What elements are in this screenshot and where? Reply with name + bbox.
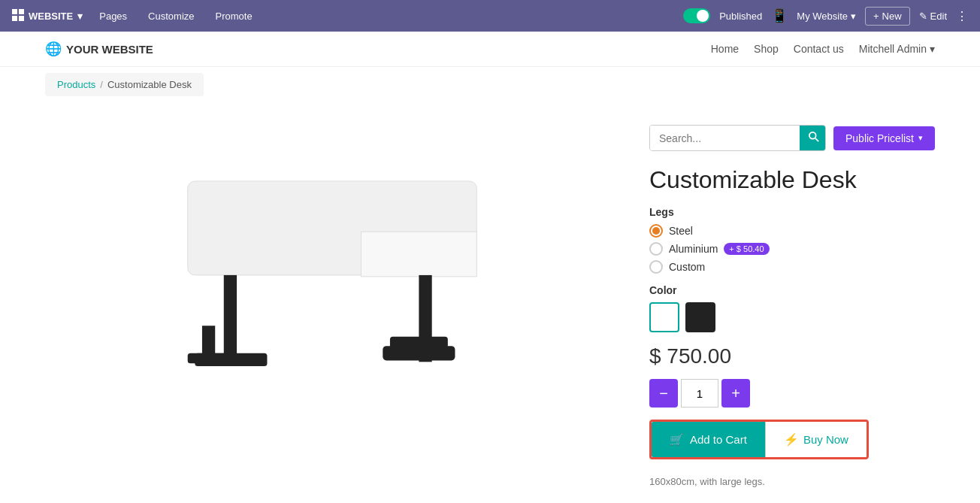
radio-aluminium[interactable] — [649, 242, 663, 256]
radio-steel[interactable] — [649, 224, 663, 238]
legs-option-group: Legs Steel Aluminium + $ 50.40 Custom — [649, 206, 935, 274]
breadcrumb-products-link[interactable]: Products — [57, 79, 95, 90]
globe-icon: 🌐 — [45, 41, 62, 57]
breadcrumb: Products / Customizable Desk — [45, 73, 204, 96]
add-to-cart-label: Add to Cart — [690, 433, 747, 446]
new-button[interactable]: + New — [865, 7, 910, 26]
legs-option-steel[interactable]: Steel — [649, 224, 935, 238]
search-button[interactable] — [800, 126, 826, 150]
nav-pages[interactable]: Pages — [95, 8, 132, 25]
published-toggle[interactable] — [683, 8, 710, 23]
product-image-area — [45, 117, 619, 418]
color-option-group: Color — [649, 284, 935, 332]
site-logo-text: YOUR WEBSITE — [66, 43, 153, 56]
svg-rect-1 — [19, 9, 24, 14]
svg-point-13 — [809, 132, 816, 139]
lightning-icon: ⚡ — [784, 432, 799, 447]
brand-chevron-icon: ▾ — [77, 11, 83, 22]
main-content: Public Pricelist ▾ Customizable Desk Leg… — [0, 102, 980, 502]
pricelist-button[interactable]: Public Pricelist ▾ — [833, 126, 935, 150]
quantity-plus-button[interactable]: + — [721, 379, 750, 408]
quantity-row: − + — [649, 379, 935, 408]
legs-option-aluminium[interactable]: Aluminium + $ 50.40 — [649, 242, 935, 256]
website-brand[interactable]: WEBSITE ▾ — [12, 9, 83, 23]
legs-option-custom[interactable]: Custom — [649, 260, 935, 274]
color-swatch-white[interactable] — [649, 302, 679, 332]
more-options-icon[interactable]: ⋮ — [956, 9, 968, 23]
breadcrumb-current-page: Customizable Desk — [107, 79, 192, 90]
website-brand-label: WEBSITE — [29, 11, 73, 22]
top-bar: WEBSITE ▾ Pages Customize Promote Publis… — [0, 0, 980, 32]
user-chevron-icon: ▾ — [930, 43, 935, 55]
color-swatch-black[interactable] — [685, 302, 715, 332]
action-buttons: 🛒 Add to Cart ⚡ Buy Now — [649, 420, 869, 459]
buy-now-label: Buy Now — [803, 433, 848, 446]
buy-now-button[interactable]: ⚡ Buy Now — [765, 422, 867, 457]
nav-customize[interactable]: Customize — [144, 8, 198, 25]
quantity-minus-button[interactable]: − — [649, 379, 678, 408]
user-name: Mitchell Admin — [859, 43, 927, 55]
edit-button[interactable]: ✎ Edit — [919, 11, 947, 22]
site-header: 🌐 YOUR WEBSITE Home Shop Contact us Mitc… — [0, 32, 980, 67]
pricelist-chevron-icon: ▾ — [918, 133, 923, 143]
nav-home[interactable]: Home — [711, 43, 739, 55]
quantity-input[interactable] — [681, 379, 718, 408]
svg-rect-12 — [188, 353, 238, 362]
pricelist-label: Public Pricelist — [845, 132, 914, 144]
site-logo[interactable]: 🌐 YOUR WEBSITE — [45, 41, 153, 57]
search-wrapper — [649, 125, 826, 151]
svg-line-14 — [815, 138, 818, 141]
new-plus-icon: + — [873, 11, 879, 22]
radio-steel-inner — [652, 227, 660, 235]
grid-icon — [12, 9, 24, 23]
product-title: Customizable Desk — [649, 166, 935, 194]
legs-custom-label: Custom — [669, 261, 705, 273]
svg-rect-6 — [224, 275, 237, 362]
breadcrumb-separator: / — [100, 79, 103, 90]
product-image — [144, 123, 520, 413]
nav-contact[interactable]: Contact us — [794, 43, 844, 55]
breadcrumb-section: Products / Customizable Desk — [0, 67, 980, 102]
color-swatches — [649, 302, 935, 332]
svg-rect-0 — [12, 9, 17, 14]
product-details: Public Pricelist ▾ Customizable Desk Leg… — [649, 117, 935, 487]
my-website-chevron-icon: ▾ — [851, 11, 856, 22]
aluminium-price-badge: + $ 50.40 — [724, 243, 769, 255]
user-menu[interactable]: Mitchell Admin ▾ — [859, 43, 935, 55]
product-note: 160x80cm, with large legs. — [649, 476, 935, 487]
product-price: $ 750.00 — [649, 344, 731, 368]
site-nav: Home Shop Contact us Mitchell Admin ▾ — [711, 43, 935, 55]
legs-steel-label: Steel — [669, 225, 693, 237]
svg-rect-5 — [361, 232, 476, 277]
nav-shop[interactable]: Shop — [754, 43, 779, 55]
add-to-cart-button[interactable]: 🛒 Add to Cart — [652, 422, 765, 457]
search-pricelist-row: Public Pricelist ▾ — [649, 125, 935, 151]
my-website-btn[interactable]: My Website ▾ — [797, 11, 856, 22]
color-option-label: Color — [649, 284, 935, 296]
published-label: Published — [719, 11, 762, 22]
svg-rect-3 — [19, 16, 24, 21]
price-row: $ 750.00 — [649, 344, 935, 368]
mobile-preview-icon[interactable]: 📱 — [771, 8, 788, 24]
edit-label: Edit — [930, 11, 947, 22]
legs-option-label: Legs — [649, 206, 935, 218]
legs-aluminium-label: Aluminium — [669, 243, 718, 255]
edit-pencil-icon: ✎ — [919, 11, 927, 22]
my-website-label: My Website — [797, 11, 848, 22]
search-input[interactable] — [650, 126, 800, 150]
cart-icon: 🛒 — [670, 433, 684, 447]
svg-rect-2 — [12, 16, 17, 21]
new-label: New — [882, 11, 902, 22]
svg-rect-10 — [383, 346, 455, 360]
nav-promote[interactable]: Promote — [211, 8, 257, 25]
radio-custom[interactable] — [649, 260, 663, 274]
